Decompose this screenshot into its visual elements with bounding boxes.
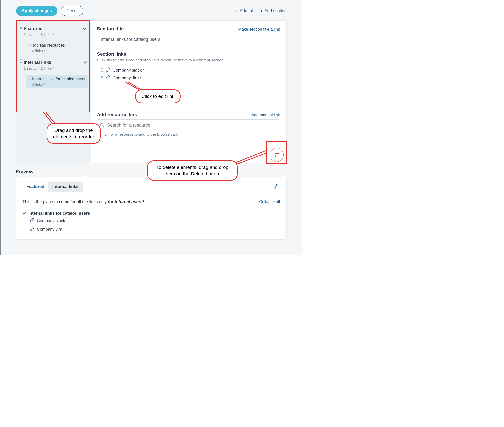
preview-section-title: Internal links for catalog users — [28, 211, 90, 216]
sidebar-item-title: Tableau resources — [32, 43, 86, 48]
sidebar-group-header-body: Featured 1 section, 3 links * — [24, 26, 87, 37]
tab-featured[interactable]: Featured — [22, 182, 48, 192]
sidebar-item-internal-links-catalog[interactable]: Internal links for catalog users 2 links… — [26, 76, 88, 88]
preview-section: Preview Featured Internal links This is … — [16, 169, 287, 240]
sidebar-group-featured: Featured 1 section, 3 links * Tableau re… — [16, 24, 91, 58]
sidebar: Featured 1 section, 3 links * Tableau re… — [16, 21, 91, 163]
sidebar-group-meta: 1 section, 2 links * — [24, 66, 87, 70]
link-icon — [30, 218, 34, 224]
drag-handle-icon[interactable] — [100, 70, 103, 72]
add-tab-link[interactable]: + Add tab — [235, 8, 255, 14]
section-title-input[interactable] — [97, 34, 280, 46]
chevron-down-icon — [22, 211, 26, 216]
link-label: Company Jira * — [113, 76, 142, 81]
plus-icon: + — [260, 9, 263, 14]
sidebar-group-meta: 1 section, 3 links * — [24, 32, 87, 37]
tab-internal-links[interactable]: Internal links — [48, 182, 83, 192]
resource-search-wrap — [97, 120, 280, 131]
preview-panel: Featured Internal links This is the plac… — [16, 177, 287, 240]
section-links-block: Section links Click link to edit. Drag a… — [97, 52, 280, 82]
resource-search-help: ch for a resource to add to the browse c… — [104, 132, 280, 137]
add-tab-label: Add tab — [240, 8, 255, 14]
preview-tabs: Featured Internal links — [22, 182, 280, 192]
link-item[interactable]: Company slack * — [97, 66, 280, 74]
svg-point-0 — [100, 124, 103, 126]
add-section-label: Add section — [264, 8, 287, 14]
sidebar-item-title: Internal links for catalog users — [32, 77, 86, 82]
collapse-all-link[interactable]: Collapse all — [259, 200, 280, 204]
chevron-down-icon[interactable] — [83, 60, 87, 65]
link-icon — [30, 226, 34, 232]
preview-section-toggle[interactable]: Internal links for catalog users — [22, 211, 280, 216]
apply-changes-button[interactable]: Apply changes — [16, 6, 57, 16]
toolbar-right: + Add tab + Add section — [235, 8, 287, 14]
link-item[interactable]: Company Jira * — [97, 74, 280, 82]
drag-handle-icon[interactable] — [28, 78, 31, 80]
drag-handle-icon[interactable] — [100, 77, 103, 80]
sidebar-group-title: Featured — [24, 26, 43, 32]
sidebar-group-header-body: Internal links 1 section, 2 links * — [24, 60, 87, 70]
link-label: Company slack * — [113, 68, 145, 73]
preview-description: This is the place to come for all the li… — [22, 200, 144, 204]
link-icon — [106, 75, 110, 81]
sidebar-group-header[interactable]: Featured 1 section, 3 links * — [19, 25, 88, 37]
preview-desc-plain: This is the place to come for all the li… — [22, 200, 108, 204]
add-manual-link[interactable]: Add manual link — [251, 113, 280, 118]
resource-search-input[interactable] — [97, 120, 280, 131]
preview-link-item[interactable]: Company slack — [22, 216, 280, 224]
chevron-down-icon[interactable] — [83, 26, 87, 32]
app-frame: Apply changes Reset + Add tab + Add sect… — [0, 0, 302, 256]
drag-handle-icon[interactable] — [19, 60, 22, 63]
toolbar: Apply changes Reset + Add tab + Add sect… — [1, 0, 302, 20]
drag-handle-icon[interactable] — [28, 44, 31, 46]
add-resource-label: Add resource link — [97, 112, 137, 118]
add-resource-block: Add resource link Add manual link ch for… — [97, 112, 280, 137]
preview-link-item[interactable]: Company Jira — [22, 224, 280, 233]
section-links-help: Click link to edit. Drag and drop links … — [97, 58, 280, 62]
drag-handle-icon[interactable] — [19, 27, 22, 29]
reset-button[interactable]: Reset — [61, 6, 83, 16]
editor-content: Section title Make section title a link … — [91, 21, 286, 163]
sidebar-group-header[interactable]: Internal links 1 section, 2 links * — [19, 59, 88, 71]
link-icon — [106, 68, 110, 73]
sidebar-item-tableau-resources[interactable]: Tableau resources 3 links * — [26, 42, 88, 54]
delete-dropzone[interactable] — [266, 144, 287, 166]
preview-body: This is the place to come for all the li… — [22, 200, 280, 233]
section-title-row: Section title Make section title a link — [97, 26, 280, 32]
search-icon — [100, 123, 104, 129]
make-section-title-link[interactable]: Make section title a link — [238, 27, 280, 32]
preview-desc-em: for internal users! — [108, 200, 144, 204]
toolbar-left: Apply changes Reset — [16, 6, 83, 16]
main-panel: Featured 1 section, 3 links * Tableau re… — [16, 20, 287, 163]
add-section-link[interactable]: + Add section — [260, 8, 287, 14]
preview-link-section: Internal links for catalog users Company… — [22, 211, 280, 233]
sidebar-item-meta: 2 links * — [32, 82, 86, 87]
section-title-label: Section title — [97, 26, 124, 32]
sidebar-children: Tableau resources 3 links * — [26, 39, 88, 56]
link-list: Company slack * Company Jira * — [97, 66, 280, 82]
sidebar-group-title: Internal links — [24, 60, 51, 65]
preview-link-label: Company Jira — [37, 227, 62, 232]
sidebar-item-meta: 3 links * — [32, 49, 86, 53]
preview-heading: Preview — [16, 169, 287, 174]
collapse-panel-icon[interactable] — [273, 184, 280, 190]
plus-icon: + — [235, 9, 238, 14]
sidebar-children: Internal links for catalog users 2 links… — [26, 73, 88, 90]
preview-link-label: Company slack — [37, 218, 65, 223]
sidebar-group-internal-links: Internal links 1 section, 2 links * Inte… — [16, 58, 91, 91]
trash-icon[interactable] — [270, 148, 284, 162]
section-links-label: Section links — [97, 52, 280, 57]
